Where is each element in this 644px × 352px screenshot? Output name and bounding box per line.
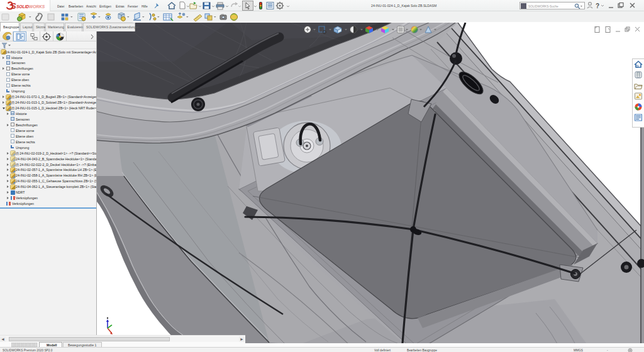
svg-text:?: ? — [596, 3, 599, 9]
svg-text:S: S — [11, 2, 16, 11]
svg-text:SOLIDWORKS: SOLIDWORKS — [16, 4, 45, 9]
